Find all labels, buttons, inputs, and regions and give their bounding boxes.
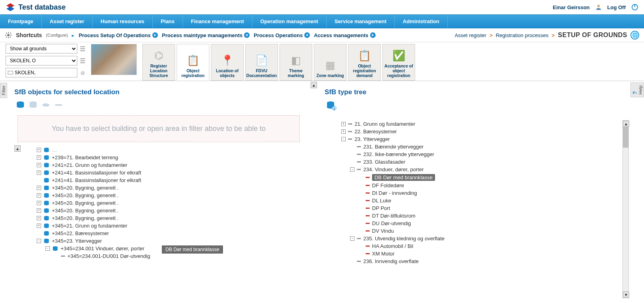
tree-node[interactable]: +22. Bæresystemer [333, 128, 621, 135]
tree-node[interactable]: +345=22. Bæresystemer [37, 230, 301, 237]
scroll-up-button[interactable]: ▲ [623, 121, 629, 127]
nav-administration[interactable]: Administration [395, 15, 448, 28]
list-icon[interactable]: ☰ [80, 57, 85, 65]
clear-icon[interactable]: ⊘ [80, 70, 85, 76]
tree-node[interactable]: 233. Glassfasader [333, 158, 621, 166]
card-location-objects[interactable]: 📍Location of objects [211, 44, 244, 81]
card-object-registration[interactable]: 📋Object registration [177, 44, 209, 81]
globe-icon[interactable]: 🌐 [630, 31, 639, 40]
configure-link[interactable]: (Configure) [46, 33, 68, 38]
right-tree[interactable]: +21. Grunn og fundamenter+22. Bæresystem… [325, 120, 623, 300]
card-zone-marking[interactable]: ▦Zone marking [314, 44, 347, 81]
tree-node[interactable]: DT Dør-tilfluktsrom [333, 212, 621, 220]
left-tree[interactable]: +…++239=71. Bearbeidet terreng++241=21. … [14, 145, 303, 260]
filter-search-input[interactable] [6, 68, 77, 77]
sublink-process-operations[interactable]: Process Operations▾ [254, 32, 310, 38]
tree-node[interactable]: ++345=20. Bygning, generelt . [37, 192, 301, 199]
tree-toggle[interactable]: + [37, 224, 41, 228]
nav-finance[interactable]: Finance management [183, 15, 252, 28]
tree-node[interactable]: DP Port [333, 204, 621, 212]
card-register-location[interactable]: ⌬Register Location Structure [142, 44, 175, 81]
slot-icon[interactable] [54, 103, 63, 107]
tree-toggle[interactable]: + [341, 129, 346, 134]
nav-service[interactable]: Service management [327, 15, 395, 28]
card-fdvu[interactable]: 📄FDVU Documentation [245, 44, 278, 81]
database-icon [43, 185, 49, 191]
tree-node[interactable]: ++345=21. Grunn og fundamenter [37, 222, 301, 230]
tree-toggle[interactable]: - [37, 239, 41, 243]
tree-node[interactable]: ++345=20. Bygning, generelt . [37, 214, 301, 222]
tree-node[interactable]: DI Dør - innvending [333, 189, 621, 197]
scroll-up-button[interactable]: ▲ [14, 145, 21, 152]
breadcrumb-asset-register[interactable]: Asset register [455, 32, 486, 38]
gear-icon[interactable] [5, 32, 12, 39]
card-acceptance[interactable]: ✅Acceptance of object registration [382, 44, 415, 81]
sublink-maintype[interactable]: Process maintype managements▾ [162, 32, 250, 38]
tree-node[interactable]: DV Vindu [333, 227, 621, 235]
dash-icon [366, 230, 370, 232]
nav-operation[interactable]: Operation management [252, 15, 327, 28]
nav-asset-register[interactable]: Asset register [42, 15, 93, 28]
sublink-access[interactable]: Access managements▾ [314, 32, 376, 38]
tree-toggle[interactable]: + [37, 155, 41, 160]
database-icon[interactable] [29, 101, 37, 109]
tree-toggle[interactable]: + [37, 170, 41, 175]
nav-human-resources[interactable]: Human resources [93, 15, 153, 28]
tree-toggle[interactable]: + [37, 208, 41, 213]
tree-node[interactable]: DB Dør med brannklasse [333, 173, 621, 182]
tree-node[interactable]: ++345=20. Bygning, generelt . [37, 199, 301, 207]
list-icon[interactable]: ☰ [80, 45, 85, 53]
tree-node[interactable]: -234. Vinduer, dører, porter [333, 166, 621, 173]
database-user-icon[interactable] [326, 101, 337, 111]
tree-toggle[interactable]: - [341, 137, 346, 141]
database-icon[interactable] [16, 101, 25, 109]
tree-toggle[interactable]: + [37, 201, 41, 205]
tree-node[interactable]: -235. Utvendig kledning og overflate [333, 235, 621, 242]
tree-node[interactable]: ++345=20. Bygning, generelt . [37, 184, 301, 192]
sublink-setup-operations[interactable]: Process Setup Of Operations▾ [79, 32, 158, 38]
power-icon[interactable] [631, 4, 638, 11]
tree-toggle[interactable]: - [45, 246, 50, 251]
filter-grounds-select[interactable]: Show all grounds [6, 44, 77, 53]
tree-toggle[interactable]: + [341, 122, 346, 126]
user-name-link[interactable]: Einar Geirsson [553, 4, 589, 10]
tree-node[interactable]: -23. Yttervegger [333, 135, 621, 143]
card-object-demand[interactable]: 📋Object registration demand [348, 44, 381, 81]
tree-toggle[interactable]: + [37, 186, 41, 190]
tree-toggle[interactable]: - [350, 167, 354, 172]
tree-toggle[interactable]: + [37, 163, 41, 167]
tree-node[interactable]: +241=41. Basisinstallasjoner for elkraft [37, 176, 301, 184]
tree-node[interactable]: 232. Ikke-bærende yttervegger [333, 151, 621, 158]
tree-node[interactable]: -+345=23. Yttervegger [37, 237, 301, 245]
logoff-link[interactable]: Log Off [607, 4, 626, 10]
dash-icon [366, 223, 370, 224]
tree-toggle[interactable]: - [350, 236, 354, 241]
tree-node[interactable]: +21. Grunn og fundamenter [333, 120, 621, 128]
tree-node[interactable]: DF Foldedøre [333, 182, 621, 189]
tree-node[interactable]: ++239=71. Bearbeidet terreng [37, 154, 301, 161]
tree-node[interactable]: ++241=21. Grunn og fundamenter [37, 161, 301, 169]
tree-node[interactable]: 231. Bærende yttervegger [333, 143, 621, 151]
vertical-scrollbar[interactable]: ▲ ▼ [622, 120, 629, 298]
help-side-tab[interactable]: ? Help [630, 83, 644, 97]
filter-location-select[interactable]: SKOLEN, O [6, 56, 77, 65]
nav-plans[interactable]: Plans [153, 15, 183, 28]
tree-node[interactable]: ++345=20. Bygning, generelt . [37, 207, 301, 214]
user-icon [595, 4, 602, 10]
tree-node[interactable]: DL Luke [333, 197, 621, 204]
card-theme-marking[interactable]: ◧Theme marking [280, 44, 312, 81]
tree-node[interactable]: 236. Innvendig overflate [333, 257, 621, 265]
tree-node[interactable]: ++241=41. Basisinstallasjoner for elkraf… [37, 169, 301, 176]
breadcrumb-registration[interactable]: Registration processes [496, 32, 548, 38]
tree-node[interactable]: HA Automobil / Bil [333, 242, 621, 250]
scrollbar-thumb[interactable] [623, 127, 628, 148]
tree-toggle[interactable]: + [37, 193, 41, 198]
tree-toggle[interactable]: + [37, 216, 41, 220]
tree-node[interactable]: XM Motor [333, 250, 621, 257]
scroll-up-button[interactable]: ▲ [311, 82, 317, 88]
tree-node[interactable]: DU Dør-utvendig [333, 220, 621, 227]
scroll-down-button[interactable]: ▼ [623, 291, 629, 298]
nav-frontpage[interactable]: Frontpage [0, 15, 42, 28]
filter-side-tab[interactable]: Filter [0, 83, 7, 98]
disc-icon[interactable] [41, 103, 50, 107]
